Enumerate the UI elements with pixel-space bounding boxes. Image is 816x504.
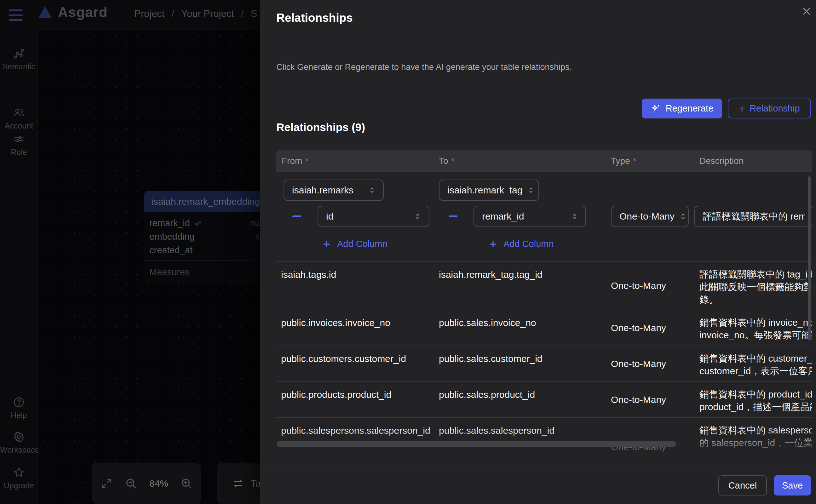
remove-to-column-button[interactable] — [449, 215, 457, 217]
app-logo: Asgard — [37, 4, 108, 20]
regenerate-button[interactable]: Regenerate — [642, 99, 722, 118]
fit-view-icon[interactable] — [100, 477, 113, 490]
zoom-toolbar: 84% — [92, 463, 201, 504]
sidebar-item-upgrade[interactable]: Upgrade — [0, 467, 38, 490]
table-card-title: isaiah.remark_embeddings — [151, 196, 265, 207]
row-type: One-to-Many — [611, 394, 666, 405]
header-type: Type* — [611, 156, 636, 166]
required-asterisk: * — [633, 156, 636, 166]
table-card-header[interactable]: isaiah.remark_embeddings — [144, 191, 265, 212]
to-column-select[interactable]: remark_id — [474, 206, 586, 227]
to-column-value: remark_id — [482, 211, 524, 222]
description-input[interactable] — [694, 206, 812, 227]
sidebar-item-semantic[interactable]: Semantic — [0, 48, 38, 71]
header-description: Description — [699, 156, 744, 166]
left-sidebar: Semantic Account Role Help — [0, 30, 38, 504]
zoom-out-icon[interactable] — [125, 477, 137, 490]
chevron-updown-icon — [675, 212, 687, 221]
zoom-level: 84% — [149, 478, 168, 489]
sidebar-item-help[interactable]: Help — [0, 396, 38, 420]
modal-footer: Cancel Save — [260, 465, 816, 504]
star-icon — [13, 467, 25, 478]
relationship-type-select[interactable]: One-to-Many — [611, 206, 689, 227]
hamburger-menu-icon[interactable] — [9, 9, 23, 21]
required-asterisk: * — [451, 156, 455, 166]
field-row-remark-id[interactable]: remark_id nu — [144, 216, 265, 230]
chevron-updown-icon — [566, 212, 578, 221]
modal-header-divider — [260, 38, 816, 38]
from-table-value: isaiah.remarks — [292, 185, 353, 196]
field-name: embedding — [149, 232, 195, 242]
row-description: 評語標籤關聯表中的 tag_id 連 此關聯反映一個標籤能夠對應 錄。 — [699, 268, 812, 306]
row-description: 銷售資料表中的 salesperson_ 的 salesperson_id，一位… — [699, 424, 812, 449]
zoom-in-icon[interactable] — [180, 477, 193, 490]
sliders-icon — [13, 133, 25, 145]
from-column-value: id — [326, 211, 333, 222]
row-from: public.salespersons.salesperson_id — [281, 425, 430, 436]
field-row-embedding[interactable]: embedding s — [144, 230, 265, 243]
row-description: 銷售資料表中的 invoice_no 連 invoice_no。每張發票可能對 — [699, 316, 812, 341]
table-card-body: remark_id nu embedding s created_at Meas… — [144, 212, 265, 284]
add-column-label: Add Column — [337, 239, 388, 249]
sidebar-item-label: Role — [0, 148, 38, 157]
row-type: One-to-Many — [611, 358, 666, 369]
semantic-network-icon — [13, 48, 25, 60]
help-circle-icon — [13, 396, 25, 408]
horizontal-scrollbar-thumb[interactable] — [277, 441, 676, 447]
relationships-count-heading: Relationships (9) — [276, 121, 365, 134]
breadcrumb-separator: / — [171, 8, 174, 20]
chevron-updown-icon — [522, 186, 535, 194]
breadcrumb-current[interactable]: S — [250, 8, 257, 20]
breadcrumb-separator: / — [241, 8, 244, 20]
required-asterisk: * — [305, 156, 308, 166]
sidebar-item-label: Account — [0, 121, 38, 130]
vertical-scrollbar-thumb[interactable] — [808, 176, 811, 340]
sidebar-item-label: Upgrade — [0, 481, 38, 490]
breadcrumb-your-project[interactable]: Your Project — [181, 8, 234, 20]
field-type: s — [256, 232, 260, 242]
sidebar-item-label: Semantic — [0, 62, 38, 71]
remove-from-column-button[interactable] — [292, 215, 301, 217]
sidebar-item-account[interactable]: Account — [0, 107, 38, 130]
from-table-select[interactable]: isaiah.remarks — [284, 180, 384, 201]
add-relationship-button[interactable]: + Relationship — [728, 99, 811, 118]
sidebar-item-role[interactable]: Role — [0, 133, 38, 157]
table-card-remark-embeddings[interactable]: isaiah.remark_embeddings remark_id nu em… — [144, 191, 265, 284]
sidebar-item-workspace[interactable]: Workspace — [0, 431, 38, 455]
relationship-row[interactable]: public.products.product_id public.sales.… — [276, 381, 812, 417]
row-from: public.products.product_id — [281, 389, 391, 400]
app-logo-text: Asgard — [58, 4, 108, 20]
breadcrumb-project[interactable]: Project — [134, 8, 164, 20]
to-table-select[interactable]: isaiah.remark_tag — [439, 180, 539, 201]
header-to: To* — [439, 156, 454, 166]
field-type: nu — [250, 218, 260, 228]
add-column-label: Add Column — [503, 239, 554, 249]
breadcrumb: Project / Your Project / S — [134, 8, 257, 20]
field-row-created-at[interactable]: created_at — [144, 243, 265, 257]
regenerate-label: Regenerate — [666, 103, 714, 114]
close-icon[interactable] — [800, 4, 813, 18]
row-from: public.invoices.invoice_no — [281, 318, 390, 328]
row-to: public.sales.product_id — [439, 389, 535, 400]
row-description: 銷售資料表中的 customer_id customer_id，表示一位客戶可 — [699, 352, 812, 377]
relationship-editor-row: isaiah.remarks isaiah.remark_tag id — [276, 172, 812, 261]
add-to-column-link[interactable]: Add Column — [488, 239, 554, 249]
header-from: From* — [282, 156, 308, 166]
relationship-row[interactable]: public.customers.customer_id public.sale… — [276, 346, 812, 381]
modal-intro-text: Click Generate or Regenerate to have the… — [276, 62, 572, 72]
plus-icon — [488, 239, 498, 249]
sparkle-icon — [651, 103, 661, 114]
relationship-row[interactable]: isaiah.tags.id isaiah.remark_tag.tag_id … — [276, 261, 812, 310]
swap-arrows-icon — [232, 477, 244, 490]
chevron-updown-icon — [364, 186, 376, 194]
cancel-button[interactable]: Cancel — [718, 475, 767, 495]
relationship-row[interactable]: public.invoices.invoice_no public.sales.… — [276, 310, 812, 346]
row-to: isaiah.remark_tag.tag_id — [439, 269, 543, 280]
row-to: public.sales.customer_id — [439, 353, 543, 364]
relationships-table: From* To* Type* Description isaiah.remar… — [276, 150, 812, 465]
from-column-select[interactable]: id — [318, 206, 429, 227]
save-button[interactable]: Save — [774, 475, 811, 495]
add-from-column-link[interactable]: Add Column — [322, 239, 388, 249]
modal-title: Relationships — [276, 11, 353, 25]
sidebar-item-label: Workspace — [0, 445, 38, 455]
